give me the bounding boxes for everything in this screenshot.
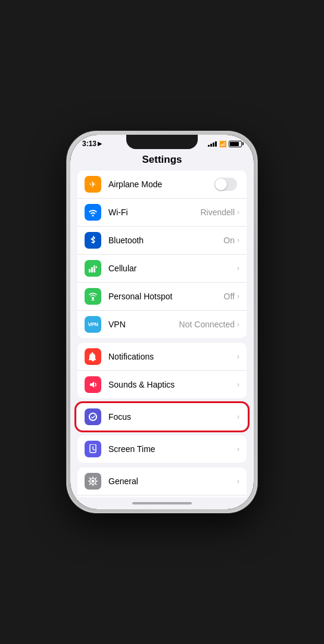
vpn-row[interactable]: VPN VPN Not Connected › [77, 311, 247, 338]
notifications-chevron: › [237, 352, 239, 361]
bluetooth-value: On [223, 236, 235, 245]
signal-bar-4 [215, 141, 217, 147]
cellular-row[interactable]: Cellular › [77, 255, 247, 283]
sounds-haptics-chevron: › [237, 380, 239, 389]
wifi-label: Wi-Fi [108, 208, 200, 217]
screen-time-icon [85, 441, 101, 457]
battery-icon [229, 141, 242, 147]
general-label: General [108, 476, 237, 486]
phone-frame: 3:13 ▶ 📶 Settings [67, 131, 257, 513]
wifi-icon [85, 204, 101, 221]
phone-inner: 3:13 ▶ 📶 Settings [70, 135, 254, 509]
focus-icon [85, 408, 101, 425]
airplane-mode-label: Airplane Mode [108, 179, 214, 189]
focus-group: Focus › [77, 403, 247, 431]
screen-time-row[interactable]: Screen Time › [77, 435, 247, 463]
focus-chevron: › [237, 413, 239, 421]
bluetooth-icon [85, 232, 101, 249]
settings-content[interactable]: ✈ Airplane Mode [70, 171, 254, 497]
signal-bar-3 [213, 143, 214, 147]
toggle-knob [215, 178, 227, 190]
vpn-chevron: › [237, 320, 239, 329]
notch [126, 135, 198, 149]
personal-hotspot-label: Personal Hotspot [108, 292, 224, 301]
screen: 3:13 ▶ 📶 Settings [70, 135, 254, 509]
cellular-chevron: › [237, 264, 239, 273]
vpn-label: VPN [108, 320, 179, 329]
battery-fill [230, 142, 239, 146]
vpn-value: Not Connected [179, 320, 235, 329]
screen-time-chevron: › [237, 445, 239, 453]
page-title: Settings [70, 150, 254, 171]
hotspot-icon [85, 288, 101, 305]
personal-hotspot-row[interactable]: Personal Hotspot Off › [77, 283, 247, 311]
general-icon [85, 473, 101, 490]
focus-row-wrapper: Focus › [77, 403, 247, 431]
focus-row[interactable]: Focus › [77, 403, 247, 431]
wifi-value: Rivendell [200, 208, 235, 217]
wifi-chevron: › [237, 208, 239, 216]
focus-label: Focus [108, 412, 237, 422]
cellular-icon [85, 260, 101, 277]
general-chevron: › [237, 477, 239, 485]
signal-bar-2 [210, 144, 212, 147]
home-indicator [70, 497, 254, 509]
general-row[interactable]: General › [77, 467, 247, 496]
sounds-haptics-label: Sounds & Haptics [108, 380, 237, 389]
home-bar [132, 502, 192, 504]
wifi-status-icon: 📶 [219, 141, 226, 147]
bluetooth-label: Bluetooth [108, 236, 223, 245]
personal-hotspot-chevron: › [237, 292, 239, 301]
system-group: General › Control [77, 467, 247, 497]
status-icons: 📶 [208, 141, 242, 147]
svg-rect-0 [89, 269, 91, 273]
status-time: 3:13 ▶ [82, 140, 102, 148]
location-icon: ▶ [98, 141, 102, 147]
sounds-haptics-row[interactable]: Sounds & Haptics › [77, 371, 247, 398]
sounds-haptics-icon [85, 376, 101, 393]
notifications-row[interactable]: Notifications › [77, 343, 247, 371]
bluetooth-row[interactable]: Bluetooth On › [77, 227, 247, 255]
connectivity-group: ✈ Airplane Mode [77, 171, 247, 338]
screen-time-label: Screen Time [108, 444, 237, 454]
notifications-icon [85, 348, 101, 365]
signal-bars [208, 141, 217, 147]
airplane-mode-row[interactable]: ✈ Airplane Mode [77, 171, 247, 199]
personal-hotspot-value: Off [224, 292, 235, 301]
svg-rect-1 [91, 267, 93, 273]
notifications-label: Notifications [108, 352, 237, 361]
notifications-group: Notifications › Sounds & Haptics › [77, 343, 247, 398]
airplane-mode-toggle[interactable] [214, 178, 237, 191]
time-display: 3:13 [82, 140, 96, 148]
signal-bar-1 [208, 145, 210, 147]
screentime-group: Screen Time › [77, 435, 247, 463]
wifi-row[interactable]: Wi-Fi Rivendell › [77, 199, 247, 227]
cellular-label: Cellular [108, 264, 237, 273]
bluetooth-chevron: › [237, 236, 239, 244]
airplane-mode-icon: ✈ [85, 176, 101, 193]
svg-point-10 [92, 480, 95, 483]
vpn-icon: VPN [85, 316, 101, 333]
